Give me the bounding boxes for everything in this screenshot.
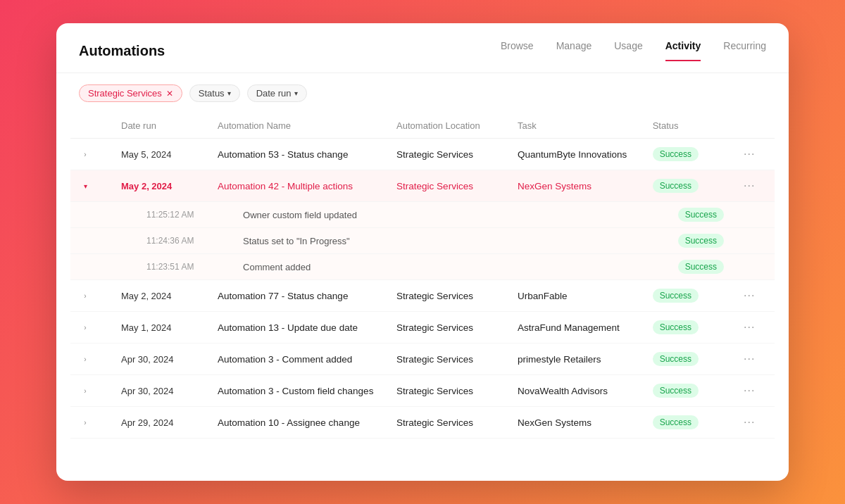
col-date-header: Date run: [113, 113, 209, 139]
status-badge: Success: [678, 208, 724, 222]
sub-expand: [70, 228, 113, 254]
automation-name-cell: Automation 10 - Assignee change: [209, 407, 388, 439]
sub-status-cell: Success: [644, 228, 732, 254]
sub-row: 11:24:36 AM Status set to "In Progress" …: [70, 228, 775, 254]
task-cell: AstraFund Management: [509, 312, 644, 344]
task-cell: primestyle Retailers: [509, 344, 644, 375]
status-filter-button[interactable]: Status ▾: [189, 84, 240, 102]
location-cell: Strategic Services: [388, 407, 509, 439]
table-row: › May 1, 2024 Automation 13 - Update due…: [70, 312, 775, 344]
sub-expand: [70, 254, 113, 280]
expand-icon[interactable]: ›: [79, 289, 92, 302]
chevron-down-icon: ▾: [227, 89, 231, 97]
task-cell: NovaWealth Advisors: [509, 375, 644, 407]
status-cell: Success: [644, 280, 732, 312]
more-options-cell: ···: [732, 407, 775, 439]
sub-time: 11:25:12 AM: [113, 202, 209, 228]
table-header-row: Date run Automation Name Automation Loca…: [70, 113, 775, 139]
tab-usage[interactable]: Usage: [614, 40, 642, 61]
status-cell: Success: [644, 344, 732, 375]
table-row: › Apr 29, 2024 Automation 10 - Assignee …: [70, 407, 775, 439]
table-row: › Apr 30, 2024 Automation 3 - Comment ad…: [70, 344, 775, 375]
sub-more-empty: [732, 254, 775, 280]
tab-browse[interactable]: Browse: [501, 40, 534, 61]
status-cell: Success: [644, 407, 732, 439]
date-cell: May 2, 2024: [113, 170, 209, 202]
location-cell: Strategic Services: [388, 312, 509, 344]
location-cell: Strategic Services: [388, 280, 509, 312]
task-cell: NexGen Systems: [509, 170, 644, 202]
expand-icon[interactable]: ▾: [79, 179, 92, 192]
status-badge: Success: [653, 415, 699, 429]
location-cell: Strategic Services: [388, 375, 509, 407]
automations-table: Date run Automation Name Automation Loca…: [70, 113, 775, 439]
table-row: › May 5, 2024 Automation 53 - Status cha…: [70, 139, 775, 170]
status-badge: Success: [653, 289, 699, 303]
daterun-filter-button[interactable]: Date run ▾: [247, 84, 307, 102]
more-options-cell: ···: [732, 312, 775, 344]
table-container: Date run Automation Name Automation Loca…: [56, 113, 789, 481]
col-expand-header: [70, 113, 113, 139]
status-cell: Success: [644, 312, 732, 344]
tab-recurring[interactable]: Recurring: [723, 40, 766, 61]
col-task-header: Task: [509, 113, 644, 139]
close-icon[interactable]: ✕: [166, 89, 173, 99]
sub-status-cell: Success: [644, 254, 732, 280]
automation-name-cell: Automation 53 - Status change: [209, 139, 388, 170]
app-title: Automations: [79, 43, 165, 59]
filter-tag-label: Strategic Services: [88, 88, 162, 99]
more-options-button[interactable]: ···: [741, 178, 758, 193]
sub-task-empty: [509, 228, 644, 254]
expand-icon[interactable]: ›: [79, 321, 92, 334]
sub-action: Status set to "In Progress": [209, 228, 509, 254]
status-badge: Success: [653, 147, 699, 161]
date-cell: Apr 30, 2024: [113, 344, 209, 375]
header-top: Automations Browse Manage Usage Activity…: [79, 40, 766, 61]
sub-action: Comment added: [209, 254, 509, 280]
location-cell: Strategic Services: [388, 139, 509, 170]
filters-bar: Strategic Services ✕ Status ▾ Date run ▾: [56, 73, 789, 113]
col-name-header: Automation Name: [209, 113, 388, 139]
header: Automations Browse Manage Usage Activity…: [56, 23, 789, 73]
date-cell: May 1, 2024: [113, 312, 209, 344]
automation-name-cell: Automation 13 - Update due date: [209, 312, 388, 344]
more-options-button[interactable]: ···: [741, 288, 758, 303]
status-badge: Success: [653, 384, 699, 398]
tab-activity[interactable]: Activity: [665, 40, 701, 61]
expand-icon[interactable]: ›: [79, 384, 92, 397]
sub-row: 11:23:51 AM Comment added Success: [70, 254, 775, 280]
sub-task-empty: [509, 254, 644, 280]
table-row: ▾ May 2, 2024 Automation 42 - Multiple a…: [70, 170, 775, 202]
filter-tag-strategic-services[interactable]: Strategic Services ✕: [79, 84, 182, 102]
col-more-header: [732, 113, 775, 139]
task-cell: NexGen Systems: [509, 407, 644, 439]
more-options-button[interactable]: ···: [741, 415, 758, 429]
sub-task-empty: [509, 202, 644, 228]
more-options-button[interactable]: ···: [741, 320, 758, 334]
more-options-cell: ···: [732, 139, 775, 170]
status-badge: Success: [678, 260, 724, 274]
sub-status-cell: Success: [644, 202, 732, 228]
date-cell: Apr 29, 2024: [113, 407, 209, 439]
status-cell: Success: [644, 375, 732, 407]
status-badge: Success: [678, 234, 724, 248]
tab-manage[interactable]: Manage: [556, 40, 592, 61]
chevron-down-icon: ▾: [294, 89, 298, 97]
tabs-nav: Browse Manage Usage Activity Recurring: [501, 40, 766, 61]
expand-icon[interactable]: ›: [79, 416, 92, 429]
sub-more-empty: [732, 228, 775, 254]
more-options-button[interactable]: ···: [741, 351, 758, 366]
location-cell: Strategic Services: [388, 170, 509, 202]
more-options-button[interactable]: ···: [741, 383, 758, 398]
date-cell: May 2, 2024: [113, 280, 209, 312]
status-badge: Success: [653, 320, 699, 334]
main-card: Automations Browse Manage Usage Activity…: [56, 23, 789, 481]
expand-icon[interactable]: ›: [79, 148, 92, 160]
more-options-button[interactable]: ···: [741, 146, 758, 161]
automation-name-cell: Automation 42 - Multiple actions: [209, 170, 388, 202]
status-cell: Success: [644, 139, 732, 170]
sub-time: 11:23:51 AM: [113, 254, 209, 280]
more-options-cell: ···: [732, 170, 775, 202]
expand-icon[interactable]: ›: [79, 353, 92, 365]
automation-name-cell: Automation 77 - Status change: [209, 280, 388, 312]
